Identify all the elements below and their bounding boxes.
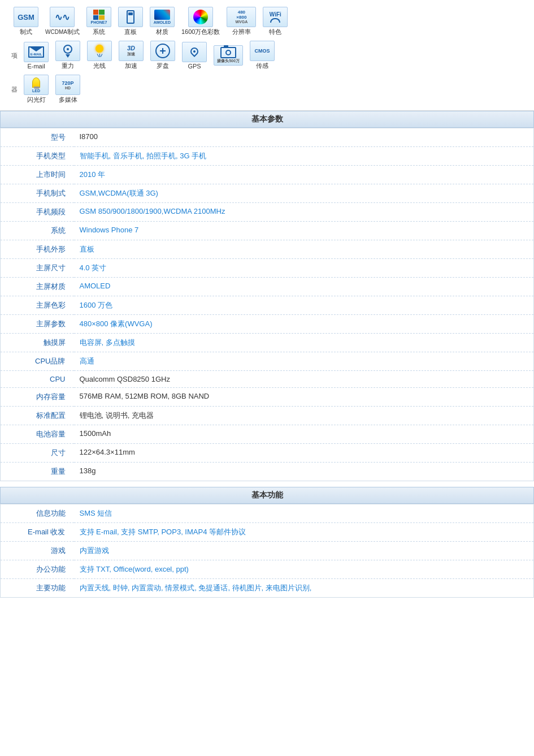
- feature-resolution[interactable]: 480 ×800 WVGA 分辨率: [227, 7, 256, 36]
- spec-value-dimensions: 122×64.3×11mm: [74, 444, 534, 463]
- wifi-label: 特色: [269, 28, 281, 36]
- table-row: 触摸屏 电容屏, 多点触摸: [1, 334, 534, 352]
- feature-720p[interactable]: 720P HD 多媒体: [55, 75, 80, 104]
- table-row: 手机外形 直板: [1, 240, 534, 259]
- spec-value-email-func: 支持 E-mail, 支持 SMTP, POP3, IMAP4 等邮件协议: [74, 523, 534, 542]
- spec-value-shape: 直板: [74, 240, 534, 259]
- feature-gravity[interactable]: 重力: [55, 41, 80, 70]
- accel-icon: 3D 加速: [119, 41, 144, 61]
- spec-value-messaging: SMS 短信: [74, 504, 534, 523]
- spec-label-main-features: 主要功能: [1, 579, 74, 598]
- wp7-icon: PHONE7: [86, 7, 111, 27]
- basic-params-table: 型号 I8700 手机类型 智能手机, 音乐手机, 拍照手机, 3G 手机 上市…: [0, 128, 534, 481]
- spec-value-network: GSM,WCDMA(联通 3G): [74, 184, 534, 203]
- spec-label-messaging: 信息功能: [1, 504, 74, 523]
- spec-label-os: 系统: [1, 222, 74, 240]
- spec-label-touch: 触摸屏: [1, 334, 74, 352]
- table-row: 上市时间 2010 年: [1, 166, 534, 184]
- feature-light[interactable]: 光线: [87, 41, 112, 70]
- light-icon: [87, 41, 112, 61]
- wp7-label: 系统: [93, 28, 105, 36]
- amoled-label: 材质: [156, 28, 168, 36]
- table-row: 游戏 内置游戏: [1, 542, 534, 560]
- table-row: 型号 I8700: [1, 128, 534, 147]
- spec-label-type: 手机类型: [1, 147, 74, 166]
- gsm-icon: GSM: [14, 7, 38, 27]
- spec-label-band: 手机频段: [1, 203, 74, 222]
- table-row: 标准配置 锂电池, 说明书, 充电器: [1, 407, 534, 425]
- spec-value-main-features: 内置天线, 时钟, 内置震动, 情景模式, 免提通话, 待机图片, 来电图片识别…: [74, 579, 534, 598]
- spec-value-band: GSM 850/900/1800/1900,WCDMA 2100MHz: [74, 203, 534, 222]
- spec-label-screen-material: 主屏材质: [1, 278, 74, 296]
- amoled-icon: AMOLED: [150, 7, 175, 27]
- spec-label-release: 上市时间: [1, 166, 74, 184]
- email-label: E-mail: [27, 63, 45, 70]
- feature-wcdma[interactable]: ∿∿ WCDMA制式: [45, 7, 80, 36]
- feature-form[interactable]: 直板: [118, 7, 143, 36]
- spec-label-weight: 重量: [1, 463, 74, 481]
- spec-value-type: 智能手机, 音乐手机, 拍照手机, 3G 手机: [74, 147, 534, 166]
- spec-value-memory: 576MB RAM, 512MB ROM, 8GB NAND: [74, 388, 534, 407]
- basic-params-header: 基本参数: [0, 111, 534, 128]
- features-section: GSM 制式 ∿∿ WCDMA制式 PHONE7 系统: [0, 0, 534, 111]
- feature-gps[interactable]: GPS: [182, 42, 207, 70]
- feature-cmos[interactable]: CMOS 传感: [250, 41, 275, 70]
- spec-value-screen-size: 4.0 英寸: [74, 259, 534, 278]
- spec-label-email-func: E-mail 收发: [1, 523, 74, 542]
- feature-row-1: GSM 制式 ∿∿ WCDMA制式 PHONE7 系统: [11, 6, 523, 37]
- color-icon: [188, 7, 213, 27]
- spec-label-cpu-brand: CPU品牌: [1, 352, 74, 371]
- spec-value-touch: 电容屏, 多点触摸: [74, 334, 534, 352]
- spec-label-screen-color: 主屏色彩: [1, 296, 74, 315]
- spec-value-cpu: Qualcomm QSD8250 1GHz: [74, 371, 534, 388]
- feature-camera[interactable]: 摄像头500万: [214, 45, 243, 66]
- email-icon: E-MAIL: [24, 42, 49, 62]
- feature-wifi[interactable]: WiFi 特色: [263, 7, 288, 36]
- table-row: 主屏参数 480×800 像素(WVGA): [1, 315, 534, 334]
- table-row: CPU品牌 高通: [1, 352, 534, 371]
- feature-gsm[interactable]: GSM 制式: [14, 7, 38, 36]
- gps-label: GPS: [188, 63, 201, 70]
- spec-value-release: 2010 年: [74, 166, 534, 184]
- row2-prefix: 项: [11, 51, 18, 60]
- spec-label-model: 型号: [1, 128, 74, 147]
- spec-value-cpu-brand: 高通: [74, 352, 534, 371]
- spec-label-battery: 电池容量: [1, 425, 74, 444]
- spec-label-screen-res: 主屏参数: [1, 315, 74, 334]
- spec-label-office: 办公功能: [1, 560, 74, 579]
- table-row: 尺寸 122×64.3×11mm: [1, 444, 534, 463]
- led-label: 闪光灯: [27, 96, 46, 104]
- spec-value-os: Windows Phone 7: [74, 222, 534, 240]
- feature-3d-accel[interactable]: 3D 加速 加速: [119, 41, 144, 70]
- table-row: 主屏尺寸 4.0 英寸: [1, 259, 534, 278]
- table-row: CPU Qualcomm QSD8250 1GHz: [1, 371, 534, 388]
- spec-value-model: I8700: [74, 128, 534, 147]
- feature-email[interactable]: E-MAIL E-mail: [24, 42, 49, 70]
- cmos-icon: CMOS: [250, 41, 275, 61]
- spec-value-standard: 锂电池, 说明书, 充电器: [74, 407, 534, 425]
- wcdma-icon: ∿∿: [50, 7, 75, 27]
- feature-compass[interactable]: 罗盘: [150, 41, 175, 70]
- feature-color[interactable]: 1600万色彩数: [181, 7, 220, 36]
- table-row: 重量 138g: [1, 463, 534, 481]
- table-row: 手机类型 智能手机, 音乐手机, 拍照手机, 3G 手机: [1, 147, 534, 166]
- table-row: 信息功能 SMS 短信: [1, 504, 534, 523]
- spec-label-games: 游戏: [1, 542, 74, 560]
- 720p-label: 多媒体: [59, 96, 77, 104]
- feature-wp7[interactable]: PHONE7 系统: [86, 7, 111, 36]
- spec-label-network: 手机制式: [1, 184, 74, 203]
- spec-label-cpu: CPU: [1, 371, 74, 388]
- table-row: 手机制式 GSM,WCDMA(联通 3G): [1, 184, 534, 203]
- light-label: 光线: [93, 62, 106, 70]
- wifi-icon: WiFi: [263, 7, 288, 27]
- 720p-icon: 720P HD: [55, 75, 80, 95]
- table-row: 办公功能 支持 TXT, Office(word, excel, ppt): [1, 560, 534, 579]
- basic-params-section: 基本参数 型号 I8700 手机类型 智能手机, 音乐手机, 拍照手机, 3G …: [0, 111, 534, 481]
- feature-amoled[interactable]: AMOLED 材质: [150, 7, 175, 36]
- feature-led[interactable]: LED 闪光灯: [24, 75, 49, 104]
- basic-functions-section: 基本功能 信息功能 SMS 短信 E-mail 收发 支持 E-mail, 支持…: [0, 487, 534, 598]
- spec-label-shape: 手机外形: [1, 240, 74, 259]
- camera-icon: 摄像头500万: [214, 45, 243, 66]
- spec-value-office: 支持 TXT, Office(word, excel, ppt): [74, 560, 534, 579]
- spec-label-memory: 内存容量: [1, 388, 74, 407]
